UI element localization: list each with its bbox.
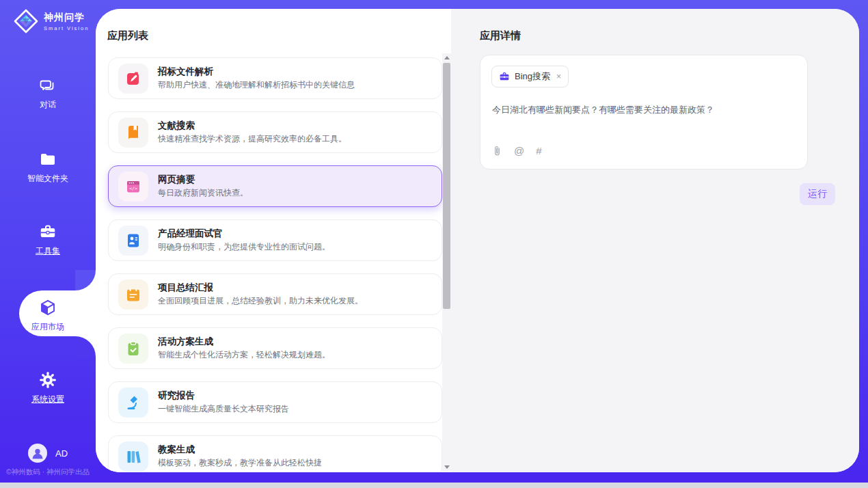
- app-name: 文献搜索: [158, 121, 347, 131]
- brand-subtitle: Smart Vision: [44, 25, 89, 31]
- app-list-item[interactable]: 活动方案生成 智能生成个性化活动方案，轻松解决规划难题。: [108, 327, 442, 369]
- app-description: 明确身份和职责，为您提供专业性的面试问题。: [158, 242, 330, 252]
- tool-chip-label: Bing搜索: [515, 70, 550, 83]
- app-description: 一键智能生成高质量长文本研究报告: [158, 404, 289, 414]
- scrollbar-up-arrow-icon[interactable]: [442, 53, 451, 62]
- run-button[interactable]: 运行: [800, 183, 835, 205]
- app-name: 网页摘要: [158, 175, 248, 185]
- scrollbar-thumb[interactable]: [443, 63, 450, 309]
- app-name: 研究报告: [158, 391, 289, 401]
- app-detail-title: 应用详情: [480, 29, 521, 42]
- app-list-item[interactable]: 招标文件解析 帮助用户快速、准确地理解和解析招标书中的关键信息: [108, 57, 442, 99]
- app-name: 活动方案生成: [158, 337, 330, 347]
- app-list-item[interactable]: </> 网页摘要 每日政府新闻资讯快查。: [108, 165, 442, 207]
- toolbox-icon: [39, 223, 57, 241]
- page-bottom-strip: [0, 483, 868, 488]
- brand-diamond-icon: [14, 9, 38, 33]
- book-icon: [118, 118, 148, 148]
- chip-close-icon[interactable]: ×: [556, 72, 561, 81]
- app-list-scrollbar[interactable]: [442, 53, 451, 472]
- app-name: 教案生成: [158, 445, 322, 455]
- app-list-panel: 应用列表 招标文件解析 帮助用户快速、准确地理解和解析招标书中的关键信息 文献搜…: [96, 9, 451, 472]
- brand-name: 神州问学: [44, 12, 85, 23]
- sidebar-item-gear[interactable]: 系统设置: [0, 371, 96, 411]
- app-list-item[interactable]: 产品经理面试官 明确身份和职责，为您提供专业性的面试问题。: [108, 219, 442, 261]
- sidebar-item-label: 对话: [40, 100, 56, 109]
- main-content: 应用列表 招标文件解析 帮助用户快速、准确地理解和解析招标书中的关键信息 文献搜…: [96, 9, 859, 472]
- attachment-toolbar: @ #: [492, 145, 542, 157]
- user-name: AD: [55, 448, 68, 459]
- app-description: 模板驱动，教案秒成，教学准备从此轻松快捷: [158, 458, 322, 467]
- edit-doc-icon: [118, 64, 148, 94]
- brand-logo: 神州问学 Smart Vision: [14, 9, 89, 33]
- app-name: 产品经理面试官: [158, 229, 330, 239]
- app-name: 招标文件解析: [158, 67, 355, 77]
- user-avatar-icon: [28, 444, 47, 463]
- note-icon: [118, 280, 148, 310]
- cube-icon: [39, 299, 57, 316]
- web-window-icon: </>: [118, 172, 148, 202]
- app-name: 项目总结汇报: [158, 283, 363, 293]
- copyright-text: ©神州数码 · 神州问学出品: [0, 467, 96, 477]
- app-description: 每日政府新闻资讯快查。: [158, 188, 248, 198]
- app-description: 智能生成个性化活动方案，轻松解决规划难题。: [158, 350, 330, 360]
- svg-text:</>: </>: [129, 186, 137, 191]
- paperclip-icon[interactable]: [492, 145, 502, 157]
- app-description: 帮助用户快速、准确地理解和解析招标书中的关键信息: [158, 80, 355, 90]
- chat-icon: [39, 77, 57, 94]
- at-mention-icon[interactable]: @: [514, 145, 524, 157]
- sidebar-item-cube[interactable]: 应用市场: [0, 299, 96, 338]
- sidebar-item-label: 应用市场: [31, 322, 64, 331]
- app-list-item[interactable]: 研究报告 一键智能生成高质量长文本研究报告: [108, 381, 442, 423]
- app-list-item[interactable]: 教案生成 模板驱动，教案秒成，教学准备从此轻松快捷: [108, 435, 442, 472]
- clipboard-icon: [118, 334, 148, 364]
- sidebar-notch-top: [75, 270, 96, 290]
- app-description: 全面回顾项目进展，总结经验教训，助力未来优化发展。: [158, 296, 363, 306]
- sidebar-item-toolbox[interactable]: 工具集: [0, 223, 96, 262]
- app-list-item[interactable]: 项目总结汇报 全面回顾项目进展，总结经验教训，助力未来优化发展。: [108, 273, 442, 315]
- sidebar-notch-bottom: [75, 336, 96, 357]
- sidebar-item-label: 智能文件夹: [27, 174, 68, 183]
- query-input[interactable]: 今日湖北有哪些新闻要点？有哪些需要关注的最新政策？: [492, 103, 793, 117]
- folder-icon: [39, 150, 57, 168]
- tool-chip-bing-search[interactable]: Bing搜索 ×: [491, 66, 569, 87]
- query-card: Bing搜索 × 今日湖北有哪些新闻要点？有哪些需要关注的最新政策？ @ #: [480, 55, 808, 170]
- books-icon: [118, 442, 148, 472]
- scrollbar-down-arrow-icon[interactable]: [442, 463, 451, 472]
- app-list-item[interactable]: 文献搜索 快速精准查找学术资源，提高研究效率的必备工具。: [108, 111, 442, 153]
- app-description: 快速精准查找学术资源，提高研究效率的必备工具。: [158, 134, 347, 144]
- hash-tag-icon[interactable]: #: [536, 145, 541, 157]
- sidebar-item-label: 系统设置: [31, 394, 64, 404]
- briefcase-icon: [499, 71, 510, 82]
- microscope-icon: [118, 388, 148, 418]
- app-detail-panel: 应用详情 Bing搜索 × 今日湖北有哪些新闻要点？有哪些需要关注的最新政: [451, 9, 859, 472]
- sidebar-item-chat[interactable]: 对话: [0, 77, 96, 116]
- sidebar-item-folder[interactable]: 智能文件夹: [0, 150, 96, 190]
- sidebar: 神州问学 Smart Vision 对话 智能文件夹 工具集 应用市场 系统设置: [0, 0, 96, 483]
- app-list-title: 应用列表: [107, 29, 148, 42]
- app-window: 神州问学 Smart Vision 对话 智能文件夹 工具集 应用市场 系统设置: [0, 0, 868, 483]
- user-row[interactable]: AD: [0, 442, 96, 465]
- sidebar-item-label: 工具集: [36, 246, 60, 256]
- interview-icon: [118, 226, 148, 256]
- gear-icon: [39, 371, 57, 389]
